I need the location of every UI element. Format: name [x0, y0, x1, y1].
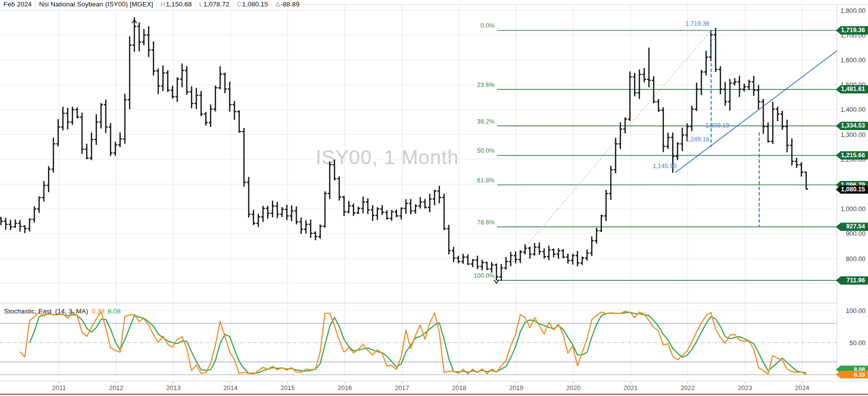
blue-trendline: [675, 51, 837, 173]
title-cell: C1,080.15: [233, 0, 272, 9]
charting-app: ISY00, 1 Month 1,800.001,700.001,600.001…: [0, 0, 868, 396]
title-cell: H1,150.68: [157, 0, 195, 9]
title-bar: Feb 2024Nsi National Soybean (ISY00) [MG…: [0, 0, 303, 9]
indicator-d-value: 8.08: [108, 308, 121, 315]
indicator-name: Stochastic, Fast: [4, 308, 51, 315]
title-cell: L1,078.72: [196, 0, 233, 9]
ohlc-bars: [0, 17, 808, 281]
indicator-k-value: 0.33: [91, 308, 104, 315]
title-cell: Δ-88.89: [272, 0, 303, 9]
ohlc-prefix: C: [237, 0, 242, 8]
indicator-label: Stochastic, Fast (14, 3, MA)0.338.08: [4, 308, 121, 315]
ohlc-prefix: H: [160, 0, 165, 8]
ohlc-prefix: L: [199, 0, 203, 8]
ohlc-prefix: Δ: [275, 0, 280, 8]
title-cell: Feb 2024: [0, 0, 36, 9]
indicator-params: (14, 3, MA): [55, 308, 89, 315]
stochastic-k-line: [20, 311, 807, 375]
chart-canvas[interactable]: [0, 0, 868, 396]
title-cell: Nsi National Soybean (ISY00) [MGEX]: [36, 0, 157, 9]
